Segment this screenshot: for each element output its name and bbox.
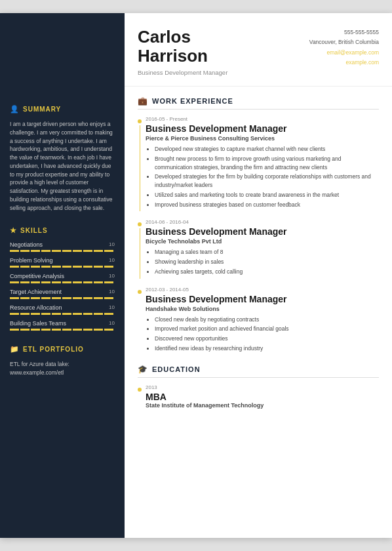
education-section-title: 🎓 EDUCATION (138, 365, 379, 378)
main-content: Carlos Harrison Business Development Man… (125, 13, 392, 538)
header-contact: 555-555-5555 Vancouver, British Columbia… (309, 28, 379, 68)
skill-item: Problem Solving10 (10, 257, 115, 268)
work-company: Pierce & Pierce Business Consulting Serv… (146, 135, 379, 142)
list-item: Managing a sales team of 8 (155, 248, 379, 256)
briefcase-icon: 💼 (138, 96, 148, 106)
email-address: email@example.com (309, 48, 379, 58)
skill-name: Resource Allocation10 (10, 304, 115, 311)
skill-item: Resource Allocation10 (10, 304, 115, 315)
edu-school: State Institute of Management Technology (146, 402, 379, 409)
education-entries: 2013MBAState Institute of Management Tec… (138, 384, 379, 409)
list-item: Brought new process to firm to improve g… (155, 155, 379, 172)
education-entry: 2013MBAState Institute of Management Tec… (138, 384, 379, 409)
list-item: Utilized sales and marketing tools to cr… (155, 191, 379, 199)
work-date: 2012-03 - 2014-05 (146, 287, 379, 293)
work-bullets: Developed new strategies to capture mark… (146, 145, 379, 209)
sidebar-summary-section: 👤 SUMMARY I am a target driven person wh… (10, 105, 115, 212)
skill-bar (10, 266, 115, 268)
skill-name: Target Achievement10 (10, 289, 115, 295)
work-entry: 2012-03 - 2014-05Business Development Ma… (138, 287, 379, 353)
list-item: Developed new strategies to capture mark… (155, 145, 379, 153)
sidebar: 👤 SUMMARY I am a target driven person wh… (0, 13, 125, 538)
sidebar-etl-section: 📁 ETL PORTFOLIO ETL for Azure data lake:… (10, 345, 115, 377)
list-item: Developed strategies for the firm by bui… (155, 173, 379, 190)
work-title: Business Development Manager (146, 226, 379, 237)
candidate-name: Carlos Harrison (138, 28, 227, 65)
skill-name: Building Sales Teams10 (10, 320, 115, 327)
work-title: Business Development Manager (146, 123, 379, 134)
phone-number: 555-555-5555 (309, 28, 379, 37)
skill-name: Problem Solving10 (10, 257, 115, 264)
folder-icon: 📁 (10, 345, 20, 354)
edu-year: 2013 (146, 384, 379, 390)
list-item: Showing leadership in sales (155, 258, 379, 266)
work-entry: 2016-05 - PresentBusiness Development Ma… (138, 116, 379, 209)
etl-text: ETL for Azure data lake: www.example.com… (10, 360, 115, 377)
skills-section-title: ★ SKILLS (10, 226, 115, 235)
location: Vancouver, British Columbia (309, 37, 379, 47)
skills-icon: ★ (10, 226, 17, 235)
list-item: Achieving sales targets, cold calling (155, 268, 379, 276)
work-section-title: 💼 WORK EXPERIENCE (138, 96, 379, 110)
resume-header: Carlos Harrison Business Development Man… (125, 13, 392, 87)
education-section: 🎓 EDUCATION 2013MBAState Institute of Ma… (138, 365, 379, 409)
work-bullets: Closed new deals by negotiating contract… (146, 316, 379, 353)
list-item: Improved market position and achieved fi… (155, 325, 379, 333)
list-item: Improved business strategies based on cu… (155, 201, 379, 209)
skill-name: Competitive Analysis10 (10, 273, 115, 279)
work-date: 2014-06 - 2016-04 (146, 219, 379, 225)
work-title: Business Development Manager (146, 294, 379, 304)
work-entry: 2014-06 - 2016-04Business Development Ma… (138, 219, 379, 276)
skill-name: Negotiations10 (10, 241, 115, 248)
skill-bar (10, 250, 115, 252)
skills-list: Negotiations10Problem Solving10Competiti… (10, 241, 115, 331)
skill-bar (10, 313, 115, 315)
work-entries: 2016-05 - PresentBusiness Development Ma… (138, 116, 379, 353)
work-company: Bicycle Technolabs Pvt Ltd (146, 238, 379, 245)
work-bullets: Managing a sales team of 8Showing leader… (146, 248, 379, 276)
skill-item: Target Achievement10 (10, 289, 115, 299)
work-company: Handshake Web Solutions (146, 306, 379, 312)
skill-bar (10, 329, 115, 331)
work-experience-section: 💼 WORK EXPERIENCE 2016-05 - PresentBusin… (138, 96, 379, 353)
header-name-block: Carlos Harrison Business Development Man… (138, 28, 227, 76)
summary-text: I am a target driven person who enjoys a… (10, 120, 115, 212)
list-item: Closed new deals by negotiating contract… (155, 316, 379, 324)
graduation-icon: 🎓 (138, 365, 148, 374)
website-url: example.com (309, 58, 379, 68)
person-icon: 👤 (10, 105, 20, 113)
skill-bar (10, 297, 115, 299)
edu-degree: MBA (146, 392, 379, 402)
skill-item: Building Sales Teams10 (10, 320, 115, 331)
skill-item: Competitive Analysis10 (10, 273, 115, 283)
list-item: Identified new ideas by researching indu… (155, 344, 379, 353)
etl-section-title: 📁 ETL PORTFOLIO (10, 345, 115, 354)
candidate-title: Business Development Manager (138, 69, 227, 76)
sidebar-skills-section: ★ SKILLS Negotiations10Problem Solving10… (10, 226, 115, 331)
summary-section-title: 👤 SUMMARY (10, 105, 115, 113)
resume-body: 💼 WORK EXPERIENCE 2016-05 - PresentBusin… (125, 90, 392, 434)
list-item: Discovered new opportunities (155, 335, 379, 343)
work-date: 2016-05 - Present (146, 116, 379, 122)
skill-item: Negotiations10 (10, 241, 115, 252)
skill-bar (10, 281, 115, 283)
